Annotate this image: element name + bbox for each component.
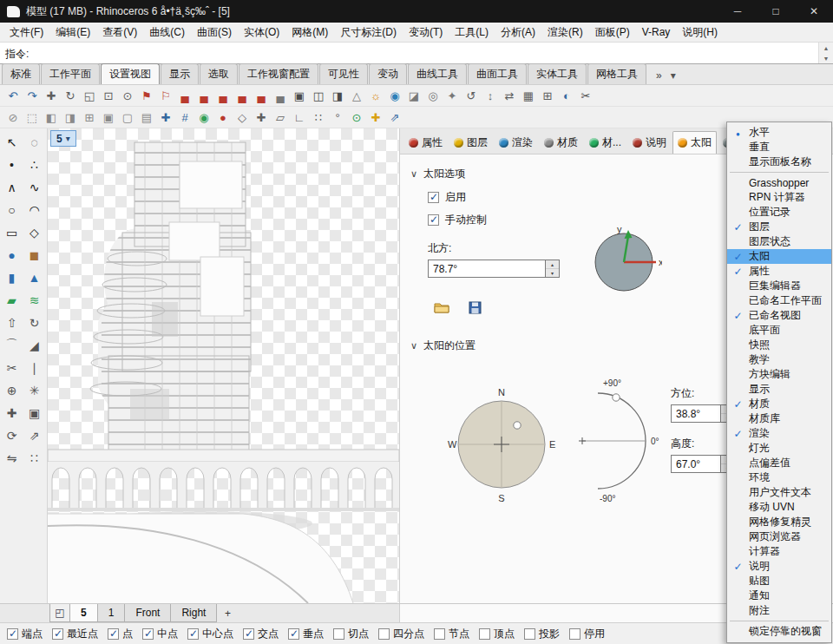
context-menu-item[interactable]: 图层 (727, 220, 831, 234)
loft-icon[interactable]: ≋ (23, 289, 45, 312)
viewport-title-tab[interactable]: 5 ▾ (50, 130, 76, 147)
tab-materials[interactable]: 材质 (539, 131, 583, 154)
zoom-selected-icon[interactable]: ⊙ (118, 87, 137, 105)
curve-icon[interactable]: ∿ (23, 176, 45, 199)
scroll-up-icon[interactable] (819, 43, 833, 53)
tab-help[interactable]: 说明 (627, 131, 672, 154)
viewport-tab[interactable]: Right (171, 604, 217, 622)
viewport-tab[interactable]: Front (125, 604, 171, 622)
toolbar-tab[interactable]: 变动 (369, 63, 407, 84)
redo-view-icon[interactable]: ↷ (23, 87, 42, 105)
menu-item[interactable]: 面板(P) (589, 23, 636, 42)
ortho-mode-icon[interactable]: ∟ (290, 108, 309, 127)
tab-options-icon[interactable]: ▾ (666, 69, 681, 84)
move-icon[interactable]: ✚ (1, 402, 23, 424)
context-menu-item[interactable]: 已命名视图 (727, 308, 831, 323)
array-icon[interactable]: ∷ (23, 447, 45, 470)
split-vertical-icon[interactable]: ◨ (61, 108, 80, 127)
save-view-flag-icon[interactable]: ⚐ (156, 87, 175, 105)
car-rear-view-icon[interactable]: ▄ (194, 87, 213, 105)
toolbar-tab[interactable]: 标准 (2, 63, 40, 84)
arc-icon[interactable]: ◠ (23, 199, 45, 221)
viewport-layout-tab[interactable]: ◰ (49, 604, 70, 622)
viewport-3d-scene[interactable] (48, 128, 399, 603)
show-camera-icon[interactable]: ◫ (309, 87, 328, 105)
context-menu-item[interactable]: 图层状态 (727, 234, 831, 249)
toolbar-tab[interactable]: 工作平面 (41, 63, 100, 84)
menu-item[interactable]: 曲面(S) (191, 23, 238, 42)
osnap-checkbox[interactable]: 中点 (142, 627, 178, 641)
menu-item[interactable]: 编辑(E) (49, 23, 96, 42)
projector-icon[interactable]: ◨ (328, 87, 347, 105)
context-menu-item[interactable]: 水平 (727, 125, 831, 140)
car-right-view-icon[interactable]: ▄ (233, 87, 252, 105)
osnap-checkbox[interactable]: 中心点 (187, 627, 233, 641)
context-menu-item[interactable]: 计算器 (727, 544, 831, 559)
walkabout-icon[interactable]: ✦ (443, 87, 462, 105)
center-target-icon[interactable]: ⊙ (347, 108, 366, 127)
context-menu-item[interactable]: 锁定停靠的视窗 (727, 624, 831, 639)
clipping-plane-icon[interactable]: ◪ (404, 87, 423, 105)
osnap-checkbox[interactable]: 四分点 (378, 627, 424, 641)
gumball-icon[interactable]: ◉ (194, 108, 213, 127)
car-top-view-icon[interactable]: ▄ (252, 87, 271, 105)
pan-view-icon[interactable]: ✚ (42, 87, 61, 105)
viewport-tab[interactable]: 1 (98, 604, 126, 622)
toolbar-tab[interactable]: 选取 (200, 63, 238, 84)
spin-down-icon[interactable] (546, 269, 559, 277)
context-menu-item[interactable]: 材质库 (727, 411, 831, 426)
add-guide-icon[interactable]: ✚ (366, 108, 385, 127)
viewport-tab[interactable]: 5 (70, 604, 98, 622)
four-viewports-icon[interactable]: ⊞ (80, 108, 99, 127)
scale-icon[interactable]: ⇗ (23, 424, 45, 447)
context-menu-item[interactable]: 垂直 (727, 140, 831, 154)
tilt-view-icon[interactable]: ↕ (481, 87, 500, 105)
smarttrack-icon[interactable]: ✚ (252, 108, 271, 127)
toolbar-tab[interactable]: 曲面工具 (468, 63, 527, 84)
planar-mode-icon[interactable]: ▱ (271, 108, 290, 127)
menu-item[interactable]: V-Ray (636, 24, 677, 40)
select-icon[interactable]: ↖ (1, 131, 23, 154)
sun-position-compass[interactable]: N S W E (443, 386, 561, 503)
context-menu-item[interactable]: 说明 (727, 559, 831, 574)
menu-item[interactable]: 网格(M) (285, 23, 334, 42)
context-menu-item[interactable]: 附注 (727, 603, 831, 618)
surface-icon[interactable]: ▰ (1, 289, 23, 312)
osnap-checkbox[interactable]: 点 (108, 627, 133, 641)
context-menu-item[interactable]: 显示面板名称 (727, 154, 831, 169)
direction-analysis-icon[interactable]: ⇗ (385, 108, 404, 127)
earth-location-icon[interactable]: ◉ (385, 87, 404, 105)
sync-views-icon[interactable]: ⇄ (500, 87, 519, 105)
menu-item[interactable]: 尺寸标注(D) (334, 23, 403, 42)
osnap-checkbox[interactable]: 投影 (524, 627, 560, 641)
menu-item[interactable]: 查看(V) (96, 23, 143, 42)
box-icon[interactable]: ◼ (23, 244, 45, 266)
context-menu-item[interactable]: 太阳 (727, 249, 831, 264)
scroll-down-icon[interactable] (819, 53, 833, 63)
tab-overflow-chevron[interactable]: » (653, 69, 666, 84)
close-button[interactable]: ✕ (795, 0, 833, 23)
sun-altitude-gauge[interactable]: +90° 0° -90° (572, 374, 676, 506)
scissors-icon[interactable]: ✂ (576, 87, 595, 105)
context-menu-item[interactable]: 已命名工作平面 (727, 293, 831, 308)
spin-view-icon[interactable]: ↺ (462, 87, 481, 105)
north-compass[interactable]: y x (586, 224, 662, 300)
fillet-icon[interactable]: ⌒ (1, 334, 23, 357)
context-menu-item[interactable] (727, 618, 831, 624)
context-menu-item[interactable]: 位置记录 (727, 205, 831, 220)
explode-icon[interactable]: ✳ (23, 379, 45, 402)
camera-icon[interactable]: ▣ (290, 87, 309, 105)
sun-altitude-marker[interactable] (613, 394, 620, 401)
rotate-view-icon[interactable]: ↻ (61, 87, 80, 105)
menu-item[interactable]: 实体(O) (238, 23, 285, 42)
command-scrollbar[interactable] (818, 43, 833, 63)
context-menu-item[interactable]: 环境 (727, 470, 831, 485)
azimuth-input[interactable] (671, 404, 720, 423)
context-menu-item[interactable]: 渲染 (727, 426, 831, 441)
context-menu-item[interactable]: 巨集编辑器 (727, 279, 831, 293)
cylinder-icon[interactable]: ▮ (1, 266, 23, 289)
context-menu-item[interactable]: RPN 计算器 (727, 190, 831, 205)
viewport-layout-icon[interactable]: ⬚ (23, 108, 42, 127)
sun-study-icon[interactable]: ☼ (366, 87, 385, 105)
zoom-window-icon[interactable]: ◱ (80, 87, 99, 105)
